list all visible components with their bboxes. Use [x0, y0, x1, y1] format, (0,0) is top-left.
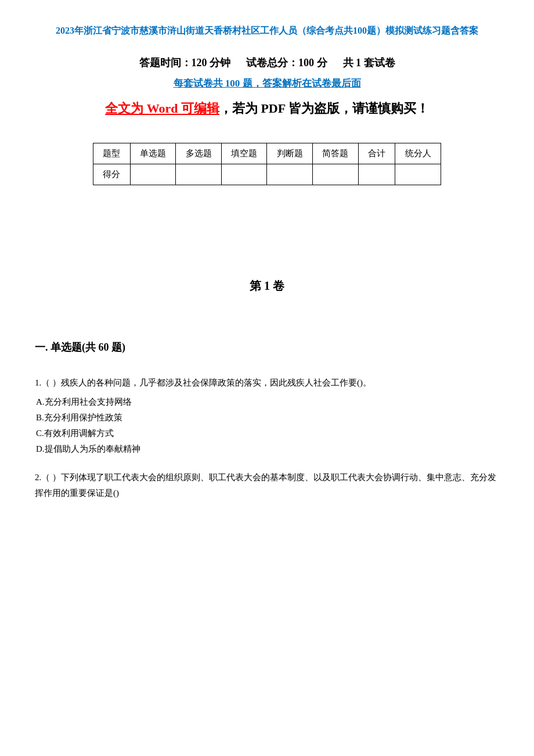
- col-judge: 判断题: [267, 143, 313, 164]
- notice2-black: ，若为 PDF 皆为盗版，请谨慎购买！: [219, 101, 429, 116]
- score-table: 题型 单选题 多选题 填空题 判断题 简答题 合计 统分人 得分: [93, 143, 441, 185]
- col-multi: 多选题: [176, 143, 222, 164]
- multi-score: [176, 164, 222, 185]
- col-total: 合计: [358, 143, 395, 164]
- section1-title: 一. 单选题(共 60 题): [35, 340, 499, 354]
- total-score: [358, 164, 395, 185]
- notice2-red: 全文为 Word 可编辑: [105, 101, 219, 116]
- vol-title: 第 1 卷: [35, 278, 499, 294]
- option-1b: B.充分利用保护性政策: [36, 410, 499, 426]
- judge-score: [267, 164, 313, 185]
- option-1c: C.有效利用调解方式: [36, 426, 499, 441]
- fill-score: [221, 164, 267, 185]
- notice2: 全文为 Word 可编辑，若为 PDF 皆为盗版，请谨慎购买！: [35, 98, 499, 118]
- score-table-data-row: 得分: [93, 164, 441, 185]
- question-1: 1.（ ）残疾人的各种问题，几乎都涉及社会保障政策的落实，因此残疾人社会工作要(…: [35, 375, 499, 457]
- main-title: 2023年浙江省宁波市慈溪市浒山街道天香桥村社区工作人员（综合考点共100题）模…: [35, 23, 499, 38]
- short-score: [313, 164, 359, 185]
- scorer-name: [395, 164, 441, 185]
- single-score: [130, 164, 176, 185]
- col-type: 题型: [93, 143, 131, 164]
- col-single: 单选题: [130, 143, 176, 164]
- score-table-header-row: 题型 单选题 多选题 填空题 判断题 简答题 合计 统分人: [93, 143, 441, 164]
- option-1a: A.充分利用社会支持网络: [36, 394, 499, 410]
- col-fill: 填空题: [221, 143, 267, 164]
- option-1d: D.提倡助人为乐的奉献精神: [36, 441, 499, 457]
- question-1-text: 1.（ ）残疾人的各种问题，几乎都涉及社会保障政策的落实，因此残疾人社会工作要(…: [35, 375, 499, 391]
- exam-info-line: 答题时间：120 分钟 试卷总分：100 分 共 1 套试卷: [35, 56, 499, 70]
- time-label: 答题时间：120 分钟: [139, 57, 231, 69]
- question-2: 2.（ ）下列体现了职工代表大会的组织原则、职工代表大会的基本制度、以及职工代表…: [35, 470, 499, 501]
- col-scorer: 统分人: [395, 143, 441, 164]
- score-label: 试卷总分：100 分: [246, 57, 327, 69]
- notice1: 每套试卷共 100 题，答案解析在试卷最后面: [35, 77, 499, 90]
- col-short: 简答题: [313, 143, 359, 164]
- question-2-text: 2.（ ）下列体现了职工代表大会的组织原则、职工代表大会的基本制度、以及职工代表…: [35, 470, 499, 501]
- row-label: 得分: [93, 164, 131, 185]
- sets-label: 共 1 套试卷: [343, 57, 395, 69]
- question-1-options: A.充分利用社会支持网络 B.充分利用保护性政策 C.有效利用调解方式 D.提倡…: [36, 394, 499, 457]
